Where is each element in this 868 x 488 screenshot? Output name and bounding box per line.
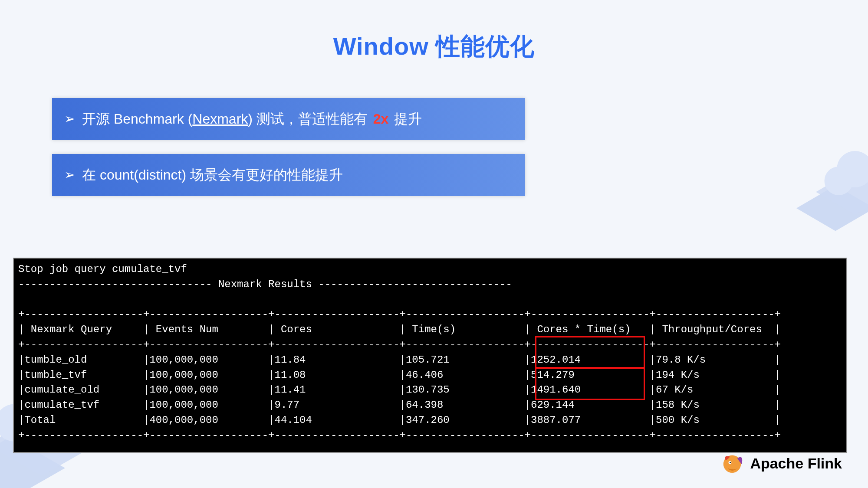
bullet-text-1: 开源 Benchmark (Nexmark) 测试，普适性能有 2x 提升: [82, 109, 422, 129]
terminal-output: Stop job query cumulate_tvf ------------…: [13, 258, 847, 453]
bullet-item-2: ➢ 在 count(distinct) 场景会有更好的性能提升: [52, 154, 525, 196]
slide-title: Window 性能优化: [0, 30, 868, 63]
flink-squirrel-icon: [720, 452, 744, 475]
nexmark-link: Nexmark: [192, 111, 248, 127]
footer-logo: Apache Flink: [720, 452, 842, 475]
bullet-list: ➢ 开源 Benchmark (Nexmark) 测试，普适性能有 2x 提升 …: [52, 98, 868, 196]
bullet-arrow-icon: ➢: [64, 166, 75, 184]
bullet-text-2: 在 count(distinct) 场景会有更好的性能提升: [82, 165, 343, 185]
highlight-2x: 2x: [372, 111, 391, 127]
footer-brand-text: Apache Flink: [750, 455, 842, 472]
svg-point-7: [730, 462, 731, 463]
bullet-item-1: ➢ 开源 Benchmark (Nexmark) 测试，普适性能有 2x 提升: [52, 98, 525, 140]
bullet-arrow-icon: ➢: [64, 110, 75, 128]
